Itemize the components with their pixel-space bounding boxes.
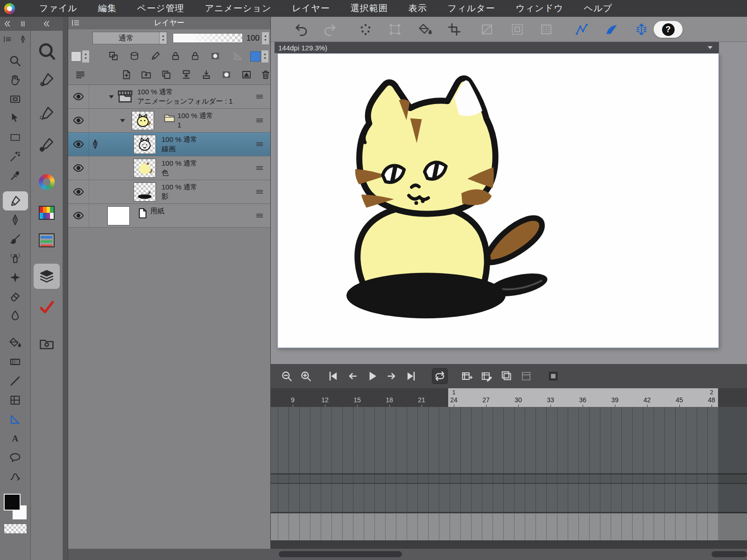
tool-palette-header[interactable] <box>0 17 30 31</box>
layer-thumbnail[interactable] <box>132 111 154 130</box>
layer-thumbnail[interactable] <box>134 159 156 178</box>
text-tool-button[interactable]: A <box>3 429 28 448</box>
timeline-grid[interactable] <box>271 407 747 540</box>
horizontal-scrollbar[interactable] <box>68 549 747 560</box>
layer-grip-icon[interactable] <box>254 139 265 149</box>
fill-button[interactable] <box>417 21 434 38</box>
transform-button[interactable] <box>387 21 403 38</box>
auto-action-panel-button[interactable] <box>34 296 60 318</box>
ruler-tool-button[interactable] <box>3 410 28 429</box>
play-button[interactable] <box>364 368 380 384</box>
first-frame-button[interactable] <box>325 368 341 384</box>
undo-button[interactable] <box>293 21 310 38</box>
loupe-button[interactable] <box>34 40 60 63</box>
timeline-scrollbar[interactable] <box>271 540 747 550</box>
next-frame-button[interactable] <box>384 368 400 384</box>
app-logo-icon[interactable] <box>4 3 15 14</box>
menu-item[interactable]: ページ管理 <box>137 2 184 14</box>
timeline-ruler[interactable]: 91215182124273033363942454812 <box>271 388 747 407</box>
layer-panel-button[interactable] <box>34 264 60 289</box>
palette-color-stepper[interactable]: ▲▼ <box>82 50 89 63</box>
layer-grip-icon[interactable] <box>254 210 265 221</box>
blend-mode-stepper[interactable]: ▲▼ <box>159 32 167 44</box>
palette-color-box[interactable] <box>71 51 81 62</box>
menu-item[interactable]: フィルター <box>448 2 495 14</box>
enable-mask-button[interactable] <box>210 50 222 63</box>
menu-item[interactable]: ヘルプ <box>584 2 613 14</box>
brush-size-panel-button[interactable] <box>34 133 60 156</box>
scatter-button[interactable] <box>357 21 374 38</box>
cel-settings-button[interactable] <box>518 368 534 384</box>
layer-visibility-toggle[interactable] <box>72 91 85 103</box>
move-layer-tool-button[interactable] <box>3 109 28 128</box>
blend-mode-select[interactable]: 通常 ▲▼ <box>92 32 167 44</box>
layer-grip-icon[interactable] <box>254 115 265 126</box>
light-table-button[interactable] <box>545 368 561 384</box>
selection-border-button[interactable] <box>509 21 526 38</box>
brush-settings-panel-button[interactable] <box>34 102 60 125</box>
eraser-tool-button[interactable] <box>3 287 28 306</box>
layer-visibility-toggle[interactable] <box>72 210 85 222</box>
draft-layer-button[interactable] <box>150 50 162 63</box>
layer-grip-icon[interactable] <box>254 187 265 197</box>
panel-menu-icon[interactable] <box>71 18 80 28</box>
layer-visibility-toggle[interactable] <box>72 114 85 126</box>
airbrush-tool-button[interactable] <box>3 249 28 268</box>
layer-visibility-toggle[interactable] <box>72 138 85 150</box>
zoom-tool-button[interactable] <box>3 51 28 70</box>
last-frame-button[interactable] <box>403 368 419 384</box>
crop-frame-button[interactable] <box>446 21 463 38</box>
specify-cel-button[interactable] <box>479 368 494 384</box>
snap-ruler-button[interactable] <box>573 21 590 38</box>
ruler-display-button[interactable] <box>233 50 245 63</box>
apply-mask-button[interactable] <box>241 69 254 82</box>
chevron-down-icon[interactable] <box>705 43 715 52</box>
correction-line-tool-button[interactable] <box>3 467 28 486</box>
color-slider-panel-button[interactable] <box>34 229 60 252</box>
opacity-stepper[interactable]: ▲▼ <box>261 32 269 44</box>
brush-tool-button[interactable] <box>3 230 28 249</box>
marquee-select-tool-button[interactable] <box>3 128 28 147</box>
menu-item[interactable]: ファイル <box>39 2 78 14</box>
menu-item[interactable]: ウィンドウ <box>515 2 563 14</box>
onion-skin-button[interactable] <box>499 368 514 384</box>
subtool-panel-button[interactable] <box>34 69 60 91</box>
layer-row[interactable]: 100 % 通常アニメーションフォルダー : 1 <box>68 85 270 109</box>
canvas[interactable] <box>277 53 719 348</box>
quick-mask-button[interactable] <box>479 21 495 38</box>
layer-row[interactable]: 100 % 通常影 <box>68 180 270 204</box>
timeline-zoom-in-button[interactable] <box>298 368 314 384</box>
layer-color-box[interactable] <box>250 51 261 62</box>
layer-grip-icon[interactable] <box>254 91 265 102</box>
new-layer-button[interactable] <box>121 69 134 82</box>
pen-tool-button[interactable] <box>3 210 28 230</box>
dock-divider[interactable] <box>63 17 68 560</box>
lock-layer-button[interactable] <box>170 50 182 63</box>
marker-tool-button[interactable] <box>3 191 28 210</box>
menu-item[interactable]: 表示 <box>409 2 427 14</box>
layer-visibility-toggle[interactable] <box>72 162 85 174</box>
layer-row[interactable]: 用紙 <box>68 204 270 228</box>
layer-thumbnail[interactable] <box>107 206 130 225</box>
eyedropper-tool-button[interactable] <box>3 166 28 185</box>
new-folder-button[interactable] <box>141 69 154 82</box>
balloon-tool-button[interactable] <box>3 448 28 467</box>
figure-tool-button[interactable] <box>3 371 28 391</box>
scrollbar-thumb[interactable] <box>279 551 402 557</box>
redo-button[interactable] <box>321 21 338 38</box>
selection-area-button[interactable] <box>538 21 555 38</box>
opacity-slider[interactable] <box>173 33 243 43</box>
menu-item[interactable]: 編集 <box>98 2 117 14</box>
snap-grid-button[interactable] <box>633 21 650 38</box>
expander-icon[interactable] <box>119 117 127 125</box>
menu-item[interactable]: レイヤー <box>292 2 330 14</box>
merge-down-button[interactable] <box>201 69 214 82</box>
navigator-tool-button[interactable] <box>3 90 28 109</box>
auto-select-tool-button[interactable] <box>3 147 28 166</box>
color-set-panel-button[interactable] <box>34 202 60 224</box>
frame-border-tool-button[interactable] <box>3 391 28 410</box>
canvas-titlebar[interactable]: 144dpi 129.3%) <box>275 42 719 53</box>
hand-tool-button[interactable] <box>3 70 28 90</box>
new-cel-button[interactable] <box>459 368 475 384</box>
gradient-tool-button[interactable] <box>3 352 28 371</box>
